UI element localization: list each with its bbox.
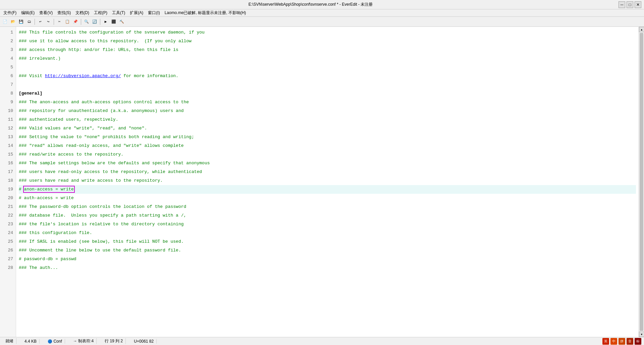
line-num-28: 28	[1, 264, 13, 272]
code-line-26: ### Uncomment the line below to use the …	[19, 246, 636, 255]
toolbar-save[interactable]: 💾	[17, 18, 25, 25]
code-area[interactable]: ### This file controls the configuration…	[16, 27, 639, 337]
editor-container: 1 2 3 4 5 6 7 8 9 10 11 12 13 14 15 16 1…	[0, 27, 644, 337]
conf-mode-label: Conf	[53, 339, 62, 344]
line-num-6: 6	[1, 72, 13, 80]
toolbar-sep3	[81, 19, 81, 25]
code-line-13: ### Setting the value to "none" prohibit…	[19, 133, 636, 141]
toolbar-find[interactable]: 🔍	[83, 18, 90, 25]
line-num-15: 15	[1, 150, 13, 159]
toolbar-stop[interactable]: ⬛	[110, 18, 117, 25]
status-filesize: 4.4 KB	[22, 339, 40, 344]
toolbar-new[interactable]: 📄	[1, 18, 9, 25]
line-num-12: 12	[1, 124, 13, 133]
scroll-thumb[interactable]	[640, 33, 643, 331]
window-controls: ─ □ ✕	[619, 1, 641, 8]
line-num-26: 26	[1, 246, 13, 255]
line-num-9: 9	[1, 98, 13, 107]
toolbar-run[interactable]: ▶	[102, 18, 109, 25]
code-line-11: ### authenticated users, respectively.	[19, 115, 636, 124]
status-encoding: U+0061 82	[131, 339, 157, 344]
scrollbar-right[interactable]: ▲ ▼	[639, 27, 644, 337]
code-line-5	[19, 63, 636, 72]
toolbar-paste[interactable]: 📌	[72, 18, 79, 25]
menu-file[interactable]: 文件(F)	[1, 9, 18, 16]
code-line-20: # auth-access = write	[19, 194, 636, 203]
code-line-10: ### repository for unauthenticated (a.k.…	[19, 107, 636, 115]
toolbar-copy[interactable]: 📋	[64, 18, 71, 25]
line-num-22: 22	[1, 211, 13, 220]
code-line-18: ### users have read and write access to …	[19, 176, 636, 185]
code-line-19: # anon-access = write	[19, 185, 636, 194]
status-right-icons: 英 中 拼 音 标	[602, 338, 641, 345]
line-num-2: 2	[1, 37, 13, 46]
menu-search[interactable]: 查找(S)	[55, 9, 73, 16]
code-line-7	[19, 80, 636, 89]
toolbar-sep1	[35, 19, 35, 25]
menu-document[interactable]: 文档(D)	[73, 9, 91, 16]
code-line-4: ### irrelevant.)	[19, 54, 636, 63]
line-num-17: 17	[1, 168, 13, 176]
code-line-17: ### users have read-only access to the r…	[19, 168, 636, 176]
status-ready: 就绪	[3, 338, 16, 344]
title-bar: E:\SVN\server\WebApp\Shop\conf\svnserve.…	[0, 0, 644, 9]
link-subversion[interactable]: http://subversion.apache.org/	[45, 73, 121, 78]
line-num-14: 14	[1, 141, 13, 150]
toolbar-replace[interactable]: 🔄	[91, 18, 98, 25]
menu-help[interactable]: Laomo.me已破解, 标题显示未注册, 不影响(H)	[163, 9, 248, 16]
title-text: E:\SVN\server\WebApp\Shop\conf\svnserve.…	[3, 2, 619, 7]
status-icon-3[interactable]: 拼	[619, 338, 625, 345]
toolbar-build[interactable]: 🔨	[118, 18, 125, 25]
line-num-24: 24	[1, 229, 13, 237]
code-line-14: ### "read" allows read-only access, and …	[19, 141, 636, 150]
line-num-7: 7	[1, 80, 13, 89]
toolbar-sep4	[100, 19, 100, 25]
status-icon-1[interactable]: 英	[602, 338, 609, 345]
toolbar-undo[interactable]: ↩	[37, 18, 44, 25]
minimize-button[interactable]: ─	[619, 1, 625, 8]
maximize-button[interactable]: □	[627, 1, 633, 8]
status-icon-5[interactable]: 标	[635, 338, 641, 345]
line-num-23: 23	[1, 220, 13, 229]
menu-project[interactable]: 工程(P)	[92, 9, 109, 16]
menu-extend[interactable]: 扩展(A)	[128, 9, 145, 16]
code-line-23: ### the file's location is relative to t…	[19, 220, 636, 229]
code-line-24: ### this configuration file.	[19, 229, 636, 237]
line-num-19: 19	[1, 185, 13, 194]
code-line-21: ### The password-db option controls the …	[19, 203, 636, 211]
status-icon-2[interactable]: 中	[610, 338, 617, 345]
line-num-11: 11	[1, 115, 13, 124]
line-num-16: 16	[1, 159, 13, 168]
line-num-5: 5	[1, 63, 13, 72]
line-num-13: 13	[1, 133, 13, 141]
code-line-15: ### read/write access to the repository.	[19, 150, 636, 159]
status-icon-4[interactable]: 音	[627, 338, 633, 345]
menu-bar: 文件(F) 编辑(E) 查看(V) 查找(S) 文档(D) 工程(P) 工具(T…	[0, 9, 644, 17]
line-num-10: 10	[1, 107, 13, 115]
toolbar-save-all[interactable]: 🗂	[25, 18, 33, 25]
code-line-2: ### use it to allow access to this repos…	[19, 37, 636, 46]
toolbar: 📄 📂 💾 🗂 ↩ ↪ ✂ 📋 📌 🔍 🔄 ▶ ⬛ 🔨	[0, 17, 644, 27]
close-button[interactable]: ✕	[635, 1, 641, 8]
toolbar-cut[interactable]: ✂	[56, 18, 63, 25]
line-num-27: 27	[1, 255, 13, 264]
toolbar-redo[interactable]: ↪	[45, 18, 52, 25]
status-bar: 就绪 4.4 KB 🔵 Conf → 制表符:4 行 19 列 2 U+0061…	[0, 337, 644, 345]
line-num-8: 8	[1, 89, 13, 98]
menu-edit[interactable]: 编辑(E)	[19, 9, 37, 16]
menu-tools[interactable]: 工具(T)	[110, 9, 127, 16]
code-line-8: [general]	[19, 89, 636, 98]
code-line-25: ### If SASL is enabled (see below), this…	[19, 237, 636, 246]
status-mode: 🔵 Conf	[45, 339, 65, 344]
toolbar-open[interactable]: 📂	[9, 18, 17, 25]
code-line-28: ### The auth...	[19, 264, 636, 272]
line-num-21: 21	[1, 203, 13, 211]
menu-view[interactable]: 查看(V)	[37, 9, 55, 16]
scroll-down-arrow[interactable]: ▼	[639, 332, 644, 337]
code-line-6: ### Visit http://subversion.apache.org/ …	[19, 72, 636, 80]
scroll-up-arrow[interactable]: ▲	[639, 27, 644, 32]
conf-mode-icon: 🔵	[48, 339, 52, 343]
menu-window[interactable]: 窗口(I)	[146, 9, 162, 16]
code-line-16: ### The sample settings below are the de…	[19, 159, 636, 168]
code-line-27: # password-db = passwd	[19, 255, 636, 264]
